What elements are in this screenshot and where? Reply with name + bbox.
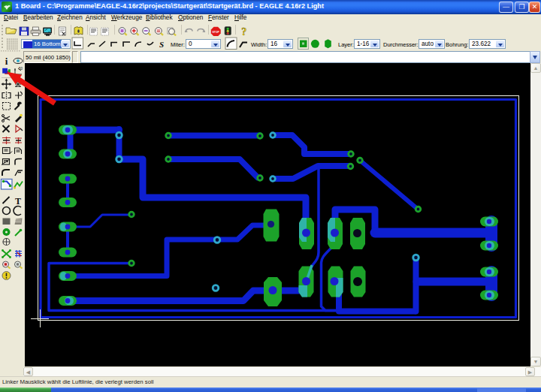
svg-text:?: ? [241, 26, 246, 36]
svg-text:T: T [15, 196, 21, 207]
svg-text:S: S [159, 40, 164, 49]
svg-text:STOP: STOP [213, 31, 220, 34]
